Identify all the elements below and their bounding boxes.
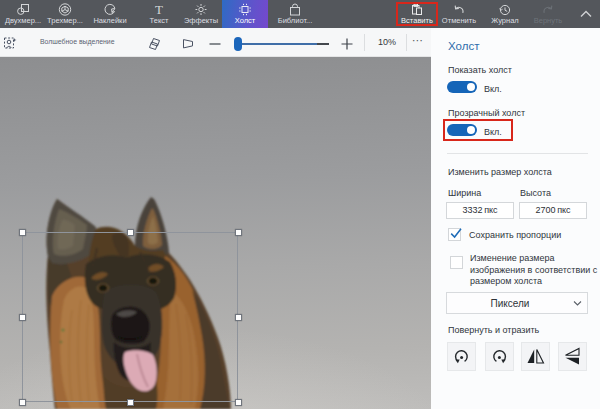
svg-text:T: T (155, 3, 163, 16)
